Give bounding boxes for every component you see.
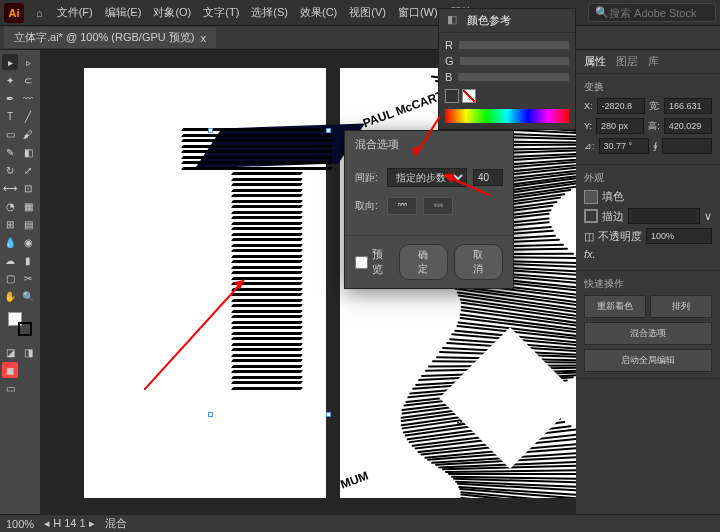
selection-tool[interactable]: ▸	[2, 54, 18, 70]
opacity-field[interactable]	[646, 228, 712, 244]
h-field[interactable]	[596, 118, 644, 134]
panel-none-swatch[interactable]	[462, 89, 476, 103]
global-edit-btn[interactable]: 启动全局编辑	[584, 349, 712, 372]
screen-mode-btn[interactable]: ▭	[2, 380, 18, 396]
spacing-select[interactable]: 指定的步数	[387, 168, 467, 187]
spacing-label: 间距:	[355, 171, 381, 185]
preview-checkbox[interactable]: 预览	[355, 244, 393, 280]
toolbox: ▸▹ ✦⊂ ✒〰 T╱ ▭🖌 ✎◧ ↻⤢ ⟷⊡ ◔▦ ⊞▤ 💧◉ ☁▮ ▢✂ ✋…	[0, 50, 40, 514]
stroke-unit[interactable]: ∨	[704, 210, 712, 223]
slice-tool[interactable]: ✂	[20, 270, 36, 286]
color-guide-tab[interactable]: 颜色参考	[467, 13, 511, 28]
tabbar: 立体字.ai* @ 100% (RGB/GPU 预览) x	[0, 26, 720, 50]
direct-select-tool[interactable]: ▹	[20, 54, 36, 70]
selection-handle[interactable]	[208, 412, 213, 417]
rect-tool[interactable]: ▭	[2, 126, 18, 142]
scale-tool[interactable]: ⤢	[20, 162, 36, 178]
rotate-tool[interactable]: ↻	[2, 162, 18, 178]
perspective-tool[interactable]: ▦	[20, 198, 36, 214]
preview-cb[interactable]	[355, 256, 368, 269]
recolor-btn[interactable]: 重新着色	[584, 295, 646, 318]
menu-file[interactable]: 文件(F)	[51, 5, 99, 20]
libs-tab[interactable]: 库	[648, 54, 659, 69]
artboard-nav[interactable]: ◂ H 14 1 ▸	[44, 517, 95, 530]
width-tool[interactable]: ⟷	[2, 180, 18, 196]
eyedropper-tool[interactable]: 💧	[2, 234, 18, 250]
color-tab-icon[interactable]: ◧	[447, 13, 457, 28]
search-stock[interactable]: 🔍	[588, 3, 716, 22]
w-field[interactable]	[664, 98, 712, 114]
selection-handle[interactable]	[208, 128, 213, 133]
artboard-tool[interactable]: ▢	[2, 270, 18, 286]
shaper-tool[interactable]: ✎	[2, 144, 18, 160]
search-input[interactable]	[609, 7, 709, 19]
blend-tool[interactable]: ◉	[20, 234, 36, 250]
line-tool[interactable]: ╱	[20, 108, 36, 124]
b-slider[interactable]	[458, 73, 569, 81]
orient-page-btn[interactable]: ʰʰʰ	[387, 197, 417, 215]
b-label: B	[445, 71, 452, 83]
symbol-tool[interactable]: ☁	[2, 252, 18, 268]
g-slider[interactable]	[460, 57, 569, 65]
spectrum-bar[interactable]	[445, 109, 569, 123]
cancel-button[interactable]: 取消	[454, 244, 503, 280]
pen-tool[interactable]: ✒	[2, 90, 18, 106]
panel-fill-swatch[interactable]	[445, 89, 459, 103]
fill-stroke-swatch[interactable]	[2, 312, 38, 336]
blend-stripes	[202, 128, 362, 418]
draw-mode-btn[interactable]: ◼	[2, 362, 18, 378]
menu-window[interactable]: 窗口(W)	[392, 5, 444, 20]
document-tab[interactable]: 立体字.ai* @ 100% (RGB/GPU 预览) x	[4, 27, 216, 48]
menu-type[interactable]: 文字(T)	[197, 5, 245, 20]
graph-tool[interactable]: ▮	[20, 252, 36, 268]
color-mode-btn[interactable]: ◪	[2, 344, 18, 360]
prop-tab[interactable]: 属性	[584, 54, 606, 69]
curvature-tool[interactable]: 〰	[20, 90, 36, 106]
dialog-title: 混合选项	[345, 131, 513, 158]
stroke-sw[interactable]	[584, 209, 598, 223]
orient-label: 取向:	[355, 199, 381, 213]
g-label: G	[445, 55, 454, 67]
zoom-tool[interactable]: 🔍	[20, 288, 36, 304]
fx-label[interactable]: fx.	[584, 248, 596, 260]
shape-builder-tool[interactable]: ◔	[2, 198, 18, 214]
orient-path-btn[interactable]: ˢˢˢ	[423, 197, 453, 215]
ok-button[interactable]: 确定	[399, 244, 448, 280]
stroke-label: 描边	[602, 209, 624, 224]
spacing-input[interactable]	[473, 169, 503, 186]
w2-field[interactable]	[664, 118, 712, 134]
zoom-level[interactable]: 100%	[6, 518, 34, 530]
blend-opts-btn[interactable]: 混合选项	[584, 322, 712, 345]
eraser-tool[interactable]: ◧	[20, 144, 36, 160]
lasso-tool[interactable]: ⊂	[20, 72, 36, 88]
selection-handle[interactable]	[326, 128, 331, 133]
stroke-swatch[interactable]	[18, 322, 32, 336]
stroke-field[interactable]	[628, 208, 700, 224]
arrange-btn[interactable]: 排列	[650, 295, 712, 318]
close-tab-icon[interactable]: x	[200, 32, 206, 44]
r-slider[interactable]	[459, 41, 569, 49]
menu-object[interactable]: 对象(O)	[147, 5, 197, 20]
menu-effect[interactable]: 效果(C)	[294, 5, 343, 20]
gradient-mode-btn[interactable]: ◨	[20, 344, 36, 360]
brush-tool[interactable]: 🖌	[20, 126, 36, 142]
document-tab-label: 立体字.ai* @ 100% (RGB/GPU 预览)	[14, 30, 194, 45]
angle-field[interactable]	[599, 138, 649, 154]
free-transform-tool[interactable]: ⊡	[20, 180, 36, 196]
home-icon[interactable]: ⌂	[36, 7, 43, 19]
menu-select[interactable]: 选择(S)	[245, 5, 294, 20]
shear-field[interactable]	[662, 138, 712, 154]
statusbar: 100% ◂ H 14 1 ▸ 混合	[0, 514, 720, 532]
x-field[interactable]	[597, 98, 645, 114]
wand-tool[interactable]: ✦	[2, 72, 18, 88]
menu-edit[interactable]: 编辑(E)	[99, 5, 148, 20]
selection-handle[interactable]	[326, 412, 331, 417]
gradient-tool[interactable]: ▤	[20, 216, 36, 232]
layers-tab[interactable]: 图层	[616, 54, 638, 69]
fill-sw[interactable]	[584, 190, 598, 204]
hand-tool[interactable]: ✋	[2, 288, 18, 304]
menu-view[interactable]: 视图(V)	[343, 5, 392, 20]
type-tool[interactable]: T	[2, 108, 18, 124]
r-label: R	[445, 39, 453, 51]
mesh-tool[interactable]: ⊞	[2, 216, 18, 232]
